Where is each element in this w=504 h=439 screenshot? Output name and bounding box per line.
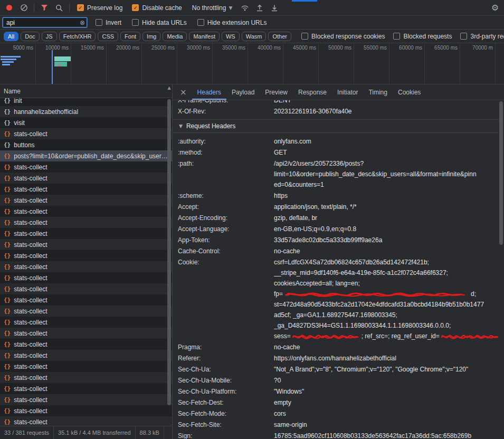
search-button[interactable]: [52, 1, 66, 15]
request-row[interactable]: {}stats-collect: [0, 161, 172, 173]
hide-data-urls-label: Hide data URLs: [142, 19, 187, 26]
name-column-header[interactable]: Name: [0, 84, 172, 98]
filter-toggle-button[interactable]: [37, 1, 51, 15]
request-row[interactable]: {}stats-collect: [0, 228, 172, 239]
close-details-icon[interactable]: ×: [175, 88, 192, 97]
details-scrollbar[interactable]: [499, 101, 503, 438]
3rd-party-requests-checkbox[interactable]: 3rd-party requests: [460, 33, 504, 40]
filter-pill-other[interactable]: Other: [268, 32, 291, 41]
overview-tick-label: 35000 ms: [213, 43, 248, 84]
request-row[interactable]: {}stats-collect: [0, 239, 172, 250]
preserve-log-checkbox[interactable]: ✓ Preserve log: [77, 4, 122, 12]
throttling-dropdown[interactable]: No throttling ▼: [192, 4, 233, 12]
request-row[interactable]: {}stats-collect: [0, 261, 172, 272]
tab-headers[interactable]: Headers: [192, 84, 226, 100]
hide-data-urls-checkbox[interactable]: Hide data URLs: [132, 19, 187, 26]
filter-input[interactable]: [3, 17, 87, 27]
disable-cache-checkbox[interactable]: ✓ Disable cache: [132, 4, 182, 12]
blocked-requests-checkbox[interactable]: Blocked requests: [393, 33, 452, 40]
clear-button[interactable]: [17, 1, 31, 15]
tab-preview[interactable]: Preview: [260, 84, 293, 100]
header-row: Sec-Ch-Ua-Platform:"Windows": [173, 386, 499, 397]
filter-pill-js[interactable]: JS: [42, 32, 57, 41]
tab-cookies[interactable]: Cookies: [393, 84, 426, 100]
request-row[interactable]: {}stats-collect: [0, 306, 172, 317]
checkbox-box-icon: [460, 33, 467, 40]
request-row[interactable]: {}hannahelizabethofficial: [0, 106, 172, 117]
header-value-line: gzip, deflate, br: [274, 213, 499, 223]
tab-timing[interactable]: Timing: [363, 84, 393, 100]
request-row[interactable]: {}stats-collect: [0, 339, 172, 350]
network-conditions-button[interactable]: [238, 1, 252, 15]
clear-filter-icon[interactable]: ⊗: [80, 19, 85, 26]
request-row[interactable]: {}stats-collect: [0, 372, 172, 383]
requests-count: 33 / 381 requests: [0, 426, 54, 439]
request-row[interactable]: {}stats-collect: [0, 250, 172, 261]
request-row[interactable]: {}stats-collect: [0, 184, 172, 195]
request-name: hannahelizabethofficial: [14, 108, 78, 116]
request-headers-section[interactable]: ▼ Request Headers: [173, 119, 499, 133]
header-value-line: 16785:5aad9602cf110608b03133de563642fac1…: [274, 431, 499, 439]
request-row[interactable]: {}stats-collect: [0, 405, 172, 416]
braces-icon: {}: [4, 407, 11, 414]
request-row[interactable]: {}stats-collect: [0, 416, 172, 426]
record-button[interactable]: [2, 1, 16, 15]
braces-icon: {}: [4, 252, 11, 259]
braces-icon: {}: [4, 98, 11, 104]
filter-pill-img[interactable]: Img: [142, 32, 160, 41]
request-row[interactable]: {}stats-collect: [0, 173, 172, 184]
request-row[interactable]: {}stats-collect: [0, 394, 172, 405]
filter-pill-doc[interactable]: Doc: [21, 32, 40, 41]
braces-icon: {}: [4, 363, 11, 370]
import-har-button[interactable]: [253, 1, 267, 15]
blocked-response-cookies-checkbox[interactable]: Blocked response cookies: [301, 33, 385, 40]
header-value-line: https: [274, 190, 499, 201]
scrollbar-thumb[interactable]: [167, 99, 171, 405]
filter-pill-font[interactable]: Font: [120, 32, 140, 41]
request-row[interactable]: {}init: [0, 98, 172, 106]
request-row[interactable]: {}stats-collect: [0, 195, 172, 206]
overview-tick-label: 55000 ms: [354, 43, 389, 84]
filter-pill-css[interactable]: CSS: [98, 32, 118, 41]
tab-response[interactable]: Response: [293, 84, 332, 100]
filter-pill-ws[interactable]: WS: [222, 32, 240, 41]
request-row[interactable]: {}stats-collect: [0, 283, 172, 294]
request-row[interactable]: {}stats-collect: [0, 317, 172, 328]
scroll-up-arrow-icon[interactable]: ▲: [167, 85, 172, 91]
request-row[interactable]: {}stats-collect: [0, 272, 172, 283]
request-row[interactable]: {}stats-collect: [0, 294, 172, 306]
header-value: cors: [274, 408, 499, 419]
request-row[interactable]: {}stats-collect: [0, 217, 172, 228]
request-row[interactable]: {}stats-collect: [0, 361, 172, 372]
request-row[interactable]: {}stats-collect: [0, 328, 172, 339]
request-row[interactable]: {}stats-collect: [0, 206, 172, 217]
header-name: Sec-Fetch-Site:: [173, 419, 274, 430]
filter-pill-manifest[interactable]: Manifest: [189, 32, 220, 41]
resources-size: 88.3 kB: [136, 426, 164, 439]
filter-pill-wasm[interactable]: Wasm: [242, 32, 267, 41]
header-value-line: csrf=LdfcGX4Sa72db06824c657db26a5d142472…: [274, 257, 499, 268]
filter-pill-media[interactable]: Media: [163, 32, 187, 41]
details-tabs: HeadersPayloadPreviewResponseInitiatorTi…: [192, 84, 426, 100]
request-row[interactable]: {}visit: [0, 117, 172, 128]
invert-checkbox[interactable]: Invert: [96, 19, 121, 26]
request-row[interactable]: {}stats-collect: [0, 350, 172, 361]
filter-pill-fetch-xhr[interactable]: Fetch/XHR: [59, 32, 96, 41]
header-name: X-Frame-Options:: [173, 100, 274, 106]
requests-scrollbar[interactable]: ▲: [167, 85, 172, 425]
tab-payload[interactable]: Payload: [226, 84, 260, 100]
tab-initiator[interactable]: Initiator: [332, 84, 363, 100]
scrollbar-thumb[interactable]: [499, 101, 503, 245]
response-headers-tail: X-Frame-Options:DENYX-Of-Rev:20231226191…: [173, 100, 499, 117]
request-row[interactable]: {}posts?limit=10&order=publish_date_desc…: [0, 150, 172, 161]
settings-gear-button[interactable]: ⚙: [488, 1, 502, 15]
request-row[interactable]: {}stats-collect: [0, 383, 172, 394]
request-row[interactable]: {}buttons: [0, 139, 172, 150]
export-har-button[interactable]: [268, 1, 281, 15]
filter-pill-all[interactable]: All: [4, 32, 18, 41]
redaction-scribble: [441, 332, 499, 340]
request-row[interactable]: {}stats-collect: [0, 128, 172, 139]
hide-extension-urls-checkbox[interactable]: Hide extension URLs: [197, 19, 267, 26]
timeline-overview[interactable]: 5000 ms10000 ms15000 ms20000 ms25000 ms3…: [0, 43, 504, 84]
header-value: no-cache: [274, 246, 499, 256]
